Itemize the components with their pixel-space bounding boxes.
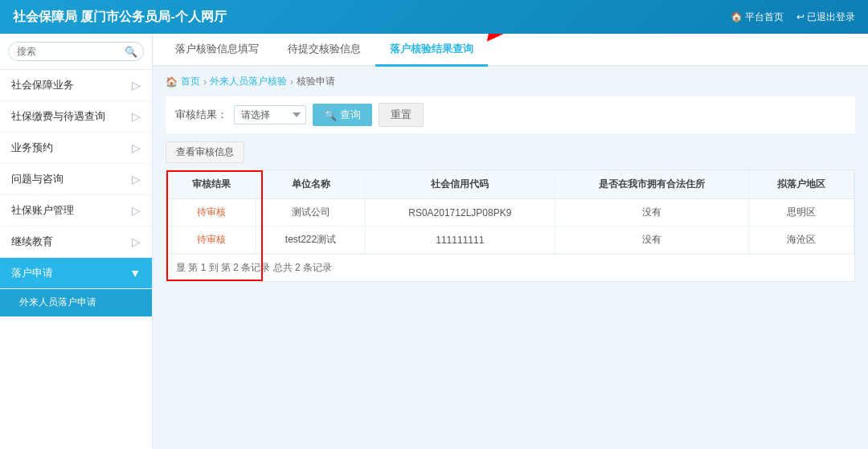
cell-status-0: 待审核 xyxy=(166,199,256,227)
sidebar-item-social-security[interactable]: 社会保障业务 ▷ xyxy=(0,70,152,101)
tab-query-result[interactable]: 落户核验结果查询 xyxy=(375,34,488,67)
home-icon: 🏠 xyxy=(731,11,743,22)
header-title: 社会保障局 厦门市公务员局-个人网厅 xyxy=(13,9,227,26)
search-icon-btn: 🔍 xyxy=(324,109,337,121)
reset-button[interactable]: 重置 xyxy=(379,103,424,127)
cell-status-1: 待审核 xyxy=(166,227,256,254)
filter-label: 审核结果： xyxy=(175,108,227,122)
sidebar-item-question[interactable]: 问题与咨询 ▷ xyxy=(0,164,152,195)
sidebar-label-household: 落户申请 xyxy=(11,266,53,280)
result-table-wrap: 审核结果 单位名称 社会信用代码 是否在我市拥有合法住所 xyxy=(166,169,855,282)
sidebar-sub-item-outsider[interactable]: 外来人员落户申请 xyxy=(0,289,152,316)
query-button[interactable]: 🔍 查询 xyxy=(313,104,372,126)
nav-home-link[interactable]: 🏠 平台首页 xyxy=(731,10,784,24)
tab-pending-submit[interactable]: 待提交核验信息 xyxy=(273,34,375,67)
sidebar-search-area: 🔍 xyxy=(0,34,152,70)
main-content: 落户核验信息填写 待提交核验信息 落户核验结果查询 xyxy=(153,34,868,449)
sidebar-item-account[interactable]: 社保账户管理 ▷ xyxy=(0,195,152,227)
col-header-company: 单位名称 xyxy=(256,170,366,199)
sidebar-label-account: 社保账户管理 xyxy=(11,203,74,218)
cell-region-0: 思明区 xyxy=(749,199,854,227)
sidebar-submenu: 外来人员落户申请 xyxy=(0,289,152,316)
result-table: 审核结果 单位名称 社会信用代码 是否在我市拥有合法住所 xyxy=(166,170,854,254)
filter-row: 审核结果： 请选择 待审核 已通过 已拒绝 🔍 查询 重置 xyxy=(166,96,855,133)
breadcrumb: 🏠 首页 › 外来人员落户核验 › 核验申请 xyxy=(166,75,855,88)
sidebar-sub-label-outsider: 外来人员落户申请 xyxy=(19,296,96,308)
sidebar-item-household[interactable]: 落户申请 ▼ xyxy=(0,258,152,289)
cell-credit-code-1: 111111111 xyxy=(366,227,555,254)
filter-select[interactable]: 请选择 待审核 已通过 已拒绝 xyxy=(234,105,306,124)
sidebar-icon-4: ▷ xyxy=(132,204,141,217)
sidebar-label-social-insurance: 社保缴费与待遇查询 xyxy=(11,109,105,124)
pagination-text: 显 第 1 到 第 2 条记录 总共 2 条记录 xyxy=(176,262,332,273)
search-icon: 🔍 xyxy=(125,46,137,58)
breadcrumb-home-link[interactable]: 首页 xyxy=(181,75,200,88)
table-header-row: 审核结果 单位名称 社会信用代码 是否在我市拥有合法住所 xyxy=(166,170,854,199)
sidebar-item-education[interactable]: 继续教育 ▷ xyxy=(0,227,152,258)
tab-fill-info[interactable]: 落户核验信息填写 xyxy=(161,34,273,67)
sidebar-icon-1: ▷ xyxy=(132,110,141,123)
sidebar-label-education: 继续教育 xyxy=(11,235,53,249)
table-row: 待审核 测试公司 RS0A201712LJP08PK9 没有 思明区 xyxy=(166,199,854,227)
sidebar: 🔍 社会保障业务 ▷ 社保缴费与待遇查询 ▷ 业务预约 ▷ 问题与咨询 ▷ 社保… xyxy=(0,34,153,449)
view-info-button[interactable]: 查看审核信息 xyxy=(166,141,244,163)
cell-credit-code-0: RS0A201712LJP08PK9 xyxy=(366,199,555,227)
col-header-legal-residence: 是否在我市拥有合法住所 xyxy=(555,170,749,199)
header: 社会保障局 厦门市公务员局-个人网厅 🏠 平台首页 ↩ 已退出登录 xyxy=(0,0,868,34)
header-nav: 🏠 平台首页 ↩ 已退出登录 xyxy=(731,10,855,24)
table-row: 待审核 test222测试 111111111 没有 海沧区 xyxy=(166,227,854,254)
nav-logout-link[interactable]: ↩ 已退出登录 xyxy=(796,10,855,24)
cell-residence-1: 没有 xyxy=(555,227,749,254)
col-header-credit-code: 社会信用代码 xyxy=(366,170,555,199)
sidebar-label-appointment: 业务预约 xyxy=(11,141,53,155)
sidebar-icon-6: ▼ xyxy=(129,267,141,280)
tab-bar: 落户核验信息填写 待提交核验信息 落户核验结果查询 xyxy=(153,34,868,67)
cell-region-1: 海沧区 xyxy=(749,227,854,254)
cell-residence-0: 没有 xyxy=(555,199,749,227)
col-header-region: 拟落户地区 xyxy=(749,170,854,199)
search-input[interactable] xyxy=(8,42,144,61)
status-pending-badge-0[interactable]: 待审核 xyxy=(197,206,226,218)
breadcrumb-level1-link[interactable]: 外来人员落户核验 xyxy=(210,75,287,88)
sidebar-item-appointment[interactable]: 业务预约 ▷ xyxy=(0,133,152,164)
sidebar-icon-3: ▷ xyxy=(132,173,141,186)
sidebar-icon-5: ▷ xyxy=(132,235,141,248)
pagination: 显 第 1 到 第 2 条记录 总共 2 条记录 xyxy=(166,254,854,281)
layout: 🔍 社会保障业务 ▷ 社保缴费与待遇查询 ▷ 业务预约 ▷ 问题与咨询 ▷ 社保… xyxy=(0,34,868,449)
sidebar-item-social-insurance[interactable]: 社保缴费与待遇查询 ▷ xyxy=(0,101,152,133)
sidebar-icon-0: ▷ xyxy=(132,79,141,92)
breadcrumb-level2: 核验申请 xyxy=(297,75,335,88)
cell-company-1: test222测试 xyxy=(256,227,366,254)
col-header-status: 审核结果 xyxy=(166,170,256,199)
cell-company-0: 测试公司 xyxy=(256,199,366,227)
sidebar-label-social-security: 社会保障业务 xyxy=(11,78,74,92)
status-pending-badge-1[interactable]: 待审核 xyxy=(197,234,226,245)
breadcrumb-home: 🏠 xyxy=(166,76,178,88)
sidebar-icon-2: ▷ xyxy=(132,141,141,154)
logout-icon: ↩ xyxy=(796,11,805,22)
content-area: 🏠 首页 › 外来人员落户核验 › 核验申请 审核结果： 请选择 待审核 已通过… xyxy=(153,67,868,449)
sidebar-label-question: 问题与咨询 xyxy=(11,172,63,186)
